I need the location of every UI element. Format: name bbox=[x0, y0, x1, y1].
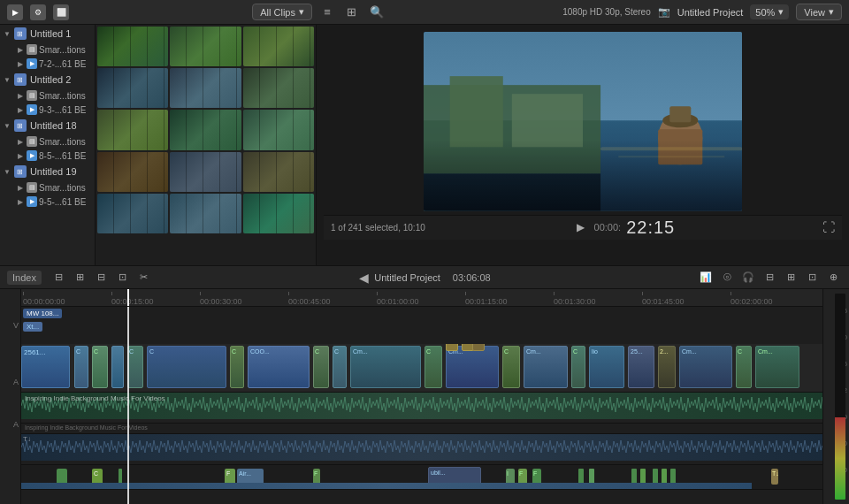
audio-waveform-2: T↓ bbox=[21, 434, 822, 461]
thumbnail-10[interactable] bbox=[97, 152, 168, 192]
subitem-19-1[interactable]: ▶ ▤ Smar...tions bbox=[0, 180, 95, 195]
video-clip-3[interactable]: C bbox=[92, 346, 108, 388]
thumbnail-4[interactable] bbox=[97, 68, 168, 108]
thumbnail-14[interactable] bbox=[170, 194, 241, 233]
snap-button[interactable]: ⦾ bbox=[718, 269, 736, 286]
zoom-button[interactable]: ⊕ bbox=[824, 269, 842, 286]
grid-view-button[interactable]: ⊞ bbox=[342, 3, 362, 22]
timeline-tracks[interactable]: 00:00:00:00 00:00:15:00 00:00:30:00 00:0… bbox=[21, 289, 822, 504]
meter-button[interactable]: 📊 bbox=[697, 269, 715, 286]
subitem-name-19-1: Smar...tions bbox=[39, 183, 86, 193]
track-expand-button[interactable]: ⊞ bbox=[72, 269, 89, 286]
video-clip-11[interactable]: Cm... bbox=[350, 346, 421, 388]
audio-button[interactable]: ⊟ bbox=[761, 269, 778, 286]
subitem-18-2[interactable]: ▶ ▶ 8-5-...61 BE bbox=[0, 149, 95, 163]
fullscreen-button[interactable]: ⛶ bbox=[822, 220, 835, 234]
fx-marker-end[interactable]: T↓ bbox=[771, 469, 778, 485]
view-button[interactable]: View ▾ bbox=[796, 4, 842, 20]
video-clip-22-label: Cm... bbox=[758, 348, 773, 355]
clip-group-18: ▼ ⊞ Untitled 18 ▶ ▤ Smar...tions ▶ ▶ 8-5… bbox=[0, 117, 95, 163]
thumbnail-5[interactable] bbox=[170, 68, 241, 108]
ruler-tick-0: 00:00:00:00 bbox=[23, 297, 65, 306]
fx-marker-end-label: T↓ bbox=[772, 470, 779, 477]
video-clip-14[interactable]: C bbox=[502, 346, 520, 388]
settings-button[interactable]: ⊞ bbox=[782, 269, 799, 286]
clip-group-header-2[interactable]: ▼ ⊞ Untitled 2 bbox=[0, 71, 95, 88]
video-clip-12[interactable]: C bbox=[424, 346, 442, 388]
fx-clip-6[interactable]: ubil... bbox=[428, 467, 481, 485]
clip-group-header-19[interactable]: ▼ ⊞ Untitled 19 bbox=[0, 163, 95, 180]
clip-view-button[interactable]: ⊡ bbox=[803, 269, 821, 286]
video-clip-7[interactable]: C bbox=[230, 346, 244, 388]
video-clip-21[interactable]: C bbox=[736, 346, 752, 388]
video-clip-17[interactable]: lio bbox=[589, 346, 624, 388]
app-icon-1[interactable]: ▶ bbox=[7, 4, 23, 20]
audio-track-1-label: Inspiring Indie Background Music For Vid… bbox=[25, 394, 165, 402]
video-clip-15[interactable]: Cm... bbox=[524, 346, 568, 388]
subitem-2-1[interactable]: ▶ ▤ Smar...tions bbox=[0, 88, 95, 103]
thumbnail-6[interactable] bbox=[243, 68, 314, 108]
title-clip-3[interactable]: T bbox=[472, 344, 485, 351]
thumbnail-12[interactable] bbox=[243, 152, 314, 192]
subitem-2-2[interactable]: ▶ ▶ 9-3-...61 BE bbox=[0, 103, 95, 117]
fx-clip-7-label: I bbox=[507, 470, 509, 477]
search-button[interactable]: 🔍 bbox=[367, 3, 386, 22]
zoom-control[interactable]: 50% ▾ bbox=[750, 4, 789, 19]
video-clip-20[interactable]: Cm... bbox=[679, 346, 732, 388]
video-clip-10-label: C bbox=[334, 348, 339, 355]
clip-group-header-1[interactable]: ▼ ⊞ Untitled 1 bbox=[0, 25, 95, 42]
track-height-button[interactable]: ⊟ bbox=[50, 269, 68, 286]
video-clip-4[interactable] bbox=[111, 346, 124, 388]
title-clip-1[interactable]: T bbox=[446, 344, 458, 351]
index-label: Index bbox=[12, 272, 36, 283]
all-clips-button[interactable]: All Clips ▾ bbox=[252, 4, 312, 20]
thumbnail-8[interactable] bbox=[170, 110, 241, 149]
video-clip-2[interactable]: C bbox=[74, 346, 88, 388]
subitem-1-1[interactable]: ▶ ▤ Smar...tions bbox=[0, 42, 95, 57]
clip-group-header-18[interactable]: ▼ ⊞ Untitled 18 bbox=[0, 117, 95, 134]
thumbnail-2[interactable] bbox=[170, 27, 241, 66]
thumbnail-3[interactable] bbox=[243, 27, 314, 66]
video-clip-18[interactable]: 25... bbox=[628, 346, 654, 388]
xt-clip-label[interactable]: Xt... bbox=[23, 322, 42, 332]
video-clip-2-label: C bbox=[76, 348, 80, 355]
thumbnail-11[interactable] bbox=[170, 152, 241, 192]
all-clips-label: All Clips bbox=[260, 7, 295, 18]
thumbnail-7[interactable] bbox=[97, 110, 168, 149]
timeline-nav-left[interactable]: ◀ bbox=[359, 271, 369, 285]
thumbnail-9[interactable] bbox=[243, 110, 314, 149]
index-button[interactable]: Index bbox=[7, 271, 42, 285]
video-clip-10[interactable]: C bbox=[333, 346, 347, 388]
video-clip-5[interactable]: C bbox=[127, 346, 143, 388]
mw-clip-label[interactable]: MW 108... bbox=[23, 309, 62, 318]
thumbnail-1[interactable] bbox=[97, 27, 168, 66]
blade-tool[interactable]: ✂ bbox=[135, 269, 153, 286]
video-clip-13[interactable]: Cm... bbox=[446, 346, 499, 388]
fx-track: C F Air... F ubil... I bbox=[21, 465, 822, 490]
track-options-button[interactable]: ⊡ bbox=[114, 269, 132, 286]
video-clip-6[interactable]: C bbox=[147, 346, 226, 388]
video-clip-22[interactable]: Cm... bbox=[755, 346, 799, 388]
app-icon-3[interactable]: ⬜ bbox=[53, 4, 69, 20]
track-collapse-button[interactable]: ⊟ bbox=[93, 269, 111, 286]
video-clip-19[interactable]: 2... bbox=[658, 346, 676, 388]
video-clip-8[interactable]: COO... bbox=[248, 346, 310, 388]
fx-clip-9-label: F bbox=[533, 470, 537, 477]
list-view-button[interactable]: ≡ bbox=[317, 3, 337, 22]
video-clip-1[interactable]: 2561... bbox=[21, 346, 70, 388]
play-button[interactable]: ▶ bbox=[573, 219, 589, 235]
video-clip-9[interactable]: C bbox=[313, 346, 329, 388]
thumbnail-15[interactable] bbox=[243, 194, 314, 233]
app-icon-2[interactable]: ⚙ bbox=[30, 4, 46, 20]
headphone-button[interactable]: 🎧 bbox=[739, 269, 757, 286]
video-clip-16[interactable]: C bbox=[571, 346, 585, 388]
waveform-svg-2 bbox=[21, 434, 822, 461]
subitem-chevron-2-1: ▶ bbox=[18, 92, 23, 100]
fx-clip-6-label: ubil... bbox=[431, 470, 446, 476]
ruler-tick-1: 00:00:15:00 bbox=[111, 297, 154, 306]
subitem-1-2[interactable]: ▶ ▶ 7-2-...61 BE bbox=[0, 57, 95, 71]
thumbnail-13[interactable] bbox=[97, 194, 168, 233]
subitem-18-1[interactable]: ▶ ▤ Smar...tions bbox=[0, 134, 95, 149]
video-clip-9-label: C bbox=[315, 348, 319, 355]
subitem-19-2[interactable]: ▶ ▶ 9-5-...61 BE bbox=[0, 195, 95, 209]
